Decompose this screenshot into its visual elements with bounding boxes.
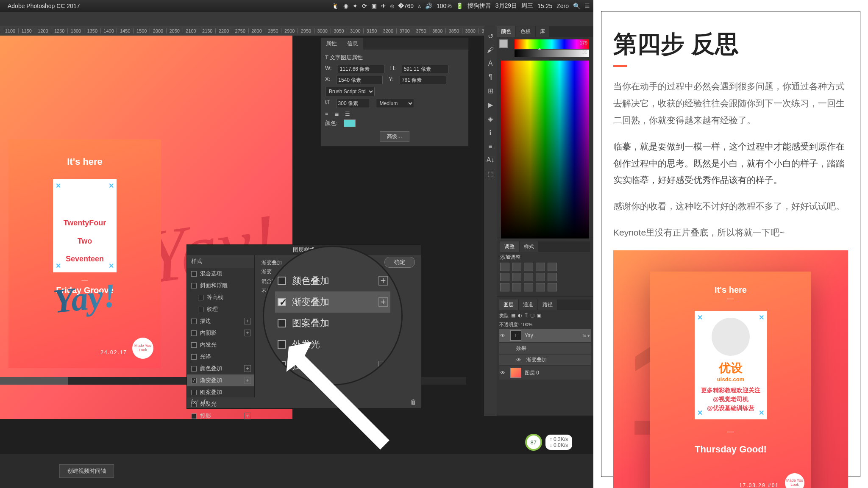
trash-icon[interactable]: 🗑: [410, 398, 417, 406]
checkbox[interactable]: [191, 354, 197, 360]
penguin-icon[interactable]: 🐧: [332, 3, 339, 9]
tab-info[interactable]: 信息: [342, 38, 363, 50]
saturation-slider[interactable]: 30: [515, 50, 589, 57]
checkbox[interactable]: [191, 271, 197, 277]
style-item[interactable]: 等高线: [187, 291, 254, 303]
spotlight-icon[interactable]: 🔍: [573, 3, 580, 9]
hue-slider[interactable]: 179: [515, 39, 589, 49]
tab-swatches[interactable]: 色板: [516, 26, 535, 37]
font-weight-select[interactable]: Medium: [376, 99, 414, 108]
history-icon[interactable]: ↺: [488, 32, 493, 40]
fx-badge[interactable]: fx ▾: [582, 333, 590, 338]
checkbox[interactable]: [191, 378, 197, 383]
style-item[interactable]: 斜面和浮雕: [187, 280, 254, 291]
tool-icon[interactable]: ⬚: [487, 170, 494, 178]
airplay-icon[interactable]: ▵: [418, 3, 421, 9]
menubar-user[interactable]: Zero: [556, 3, 569, 9]
bluetooth-icon[interactable]: ⎋: [390, 3, 394, 9]
layer-row-0[interactable]: 👁 图层 0: [499, 366, 591, 380]
checkbox[interactable]: [191, 342, 197, 348]
layers-panel[interactable]: 图层 通道 路径 类型 ▦ ◐ T ▢ ▣ 不透明度: 100% 👁 T Yay…: [497, 297, 593, 416]
adj-grad-icon[interactable]: [536, 283, 545, 291]
adj-sel-icon[interactable]: [548, 283, 557, 291]
nav-icon[interactable]: ◈: [488, 115, 493, 123]
visibility-icon[interactable]: 👁: [500, 333, 507, 338]
advanced-button[interactable]: 高级…: [380, 131, 409, 142]
y-input[interactable]: [400, 76, 446, 84]
star-icon[interactable]: ✦: [353, 3, 358, 9]
font-select[interactable]: Brush Script Std: [325, 87, 375, 96]
adj-thresh-icon[interactable]: [524, 283, 533, 291]
adj-invert-icon[interactable]: [500, 283, 509, 291]
style-item[interactable]: 纹理: [187, 303, 254, 315]
lens-style-item[interactable]: 图案叠加: [275, 313, 390, 334]
adj-bw-icon[interactable]: [512, 273, 521, 281]
tab-adjustments[interactable]: 调整: [500, 241, 519, 252]
add-effect-icon[interactable]: +: [244, 318, 251, 324]
tab-color[interactable]: 颜色: [497, 26, 515, 37]
style-item[interactable]: 描边+: [187, 315, 254, 327]
checkbox[interactable]: [191, 413, 197, 419]
opacity-value[interactable]: 100%: [520, 322, 532, 327]
add-effect-icon[interactable]: +: [244, 377, 251, 384]
style-item[interactable]: 投影+: [187, 410, 254, 422]
sync-icon[interactable]: ⟳: [362, 3, 367, 9]
tab-paths[interactable]: 路径: [538, 299, 557, 310]
align-right-icon[interactable]: ☰: [345, 111, 350, 117]
add-effect-icon[interactable]: +: [244, 330, 251, 336]
checkbox[interactable]: [198, 295, 203, 300]
filter-shape-icon[interactable]: ▢: [530, 313, 534, 319]
display-icon[interactable]: ▣: [371, 3, 377, 9]
add-effect-icon[interactable]: +: [378, 276, 388, 286]
fx-add-icon[interactable]: fx⁺: [191, 398, 200, 406]
text-color-swatch[interactable]: [344, 119, 356, 127]
action-icon[interactable]: ▶: [488, 101, 493, 109]
volume-icon[interactable]: 🔊: [425, 3, 432, 9]
fx-remove-icon[interactable]: fx⁻: [204, 398, 212, 406]
filter-pixel-icon[interactable]: ▦: [511, 313, 515, 319]
adj-post-icon[interactable]: [512, 283, 521, 291]
adjustments-panel[interactable]: 调整 样式 添加调整: [497, 238, 593, 297]
adj-exposure-icon[interactable]: [536, 263, 545, 271]
add-effect-icon[interactable]: +: [244, 365, 251, 372]
style-item[interactable]: 渐变叠加+: [187, 374, 254, 386]
create-timeline-button[interactable]: 创建视频时间轴: [59, 464, 114, 478]
adj-vibrance-icon[interactable]: [548, 263, 557, 271]
notification-icon[interactable]: ☰: [584, 3, 590, 9]
checkbox[interactable]: [191, 319, 197, 324]
layer-name[interactable]: Yay: [525, 333, 533, 338]
checkbox[interactable]: [278, 298, 286, 306]
adj-curves-icon[interactable]: [524, 263, 533, 271]
telegram-icon[interactable]: ✈: [381, 3, 386, 9]
width-input[interactable]: [338, 65, 384, 73]
style-item[interactable]: 混合选项: [187, 268, 254, 280]
layer-name[interactable]: 图层 0: [525, 369, 539, 377]
align-icon[interactable]: ≡: [488, 143, 492, 150]
tab-properties[interactable]: 属性: [321, 38, 342, 50]
tab-layers[interactable]: 图层: [499, 299, 518, 310]
color-spectrum[interactable]: [501, 61, 589, 238]
visibility-icon[interactable]: 👁: [516, 357, 523, 363]
glyph-icon[interactable]: ⊞: [488, 87, 493, 95]
font-size-input[interactable]: [336, 99, 370, 108]
style-item[interactable]: 内发光: [187, 339, 254, 351]
lens-style-item[interactable]: 渐变叠加+: [275, 291, 390, 313]
add-effect-icon[interactable]: +: [378, 297, 388, 307]
color-panel[interactable]: 颜色 色板 库 179 30: [497, 26, 593, 238]
checkbox[interactable]: [191, 390, 197, 395]
checkbox[interactable]: [278, 277, 286, 285]
brush-icon[interactable]: 🖌: [487, 46, 494, 54]
x-input[interactable]: [336, 76, 383, 84]
layer-row-yay[interactable]: 👁 T Yay fx ▾: [499, 329, 591, 342]
properties-panel[interactable]: 属性 信息 T 文字图层属性 W: H: X: Y: Brush Script …: [320, 37, 469, 147]
visibility-icon[interactable]: 👁: [500, 370, 507, 376]
align-left-icon[interactable]: ≡: [325, 111, 328, 117]
height-input[interactable]: [402, 65, 448, 73]
scrollbar-thumb[interactable]: [0, 377, 68, 385]
adj-lut-icon[interactable]: [548, 273, 557, 281]
checkbox[interactable]: [278, 319, 286, 327]
filter-smart-icon[interactable]: ▣: [537, 313, 541, 319]
tab-libraries[interactable]: 库: [536, 26, 549, 37]
eye-icon[interactable]: ◉: [343, 3, 348, 9]
stats-widget[interactable]: 87 ↑ 0.3K/s ↓ 0.0K/s: [525, 434, 572, 451]
